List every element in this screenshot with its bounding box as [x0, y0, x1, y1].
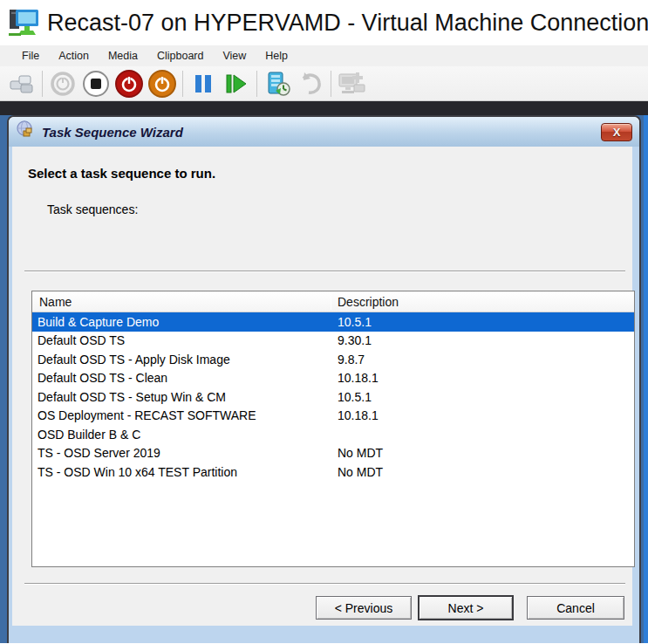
table-row[interactable]: OS Deployment - RECAST SOFTWARE 10.18.1 — [32, 407, 634, 426]
window-title: Recast-07 on HYPERVAMD - Virtual Machine… — [47, 10, 648, 37]
table-row[interactable]: Default OSD TS - Clean 10.18.1 — [32, 369, 634, 388]
column-header-name[interactable]: Name — [32, 295, 331, 309]
stop-icon[interactable] — [79, 69, 113, 99]
menu-view[interactable]: View — [213, 47, 256, 65]
power-on-icon — [46, 69, 79, 99]
table-row[interactable]: Default OSD TS 9.30.1 — [32, 332, 634, 351]
vm-display-area: Task Sequence Wizard X Select a task seq… — [0, 101, 648, 643]
task-sequence-list[interactable]: Name Description Build & Capture Demo 10… — [31, 291, 635, 567]
window-titlebar: Recast-07 on HYPERVAMD - Virtual Machine… — [0, 0, 648, 45]
table-row[interactable]: OSD Builder B & C — [32, 425, 634, 444]
dialog-content: Select a task sequence to run. Task sequ… — [9, 147, 639, 643]
close-icon[interactable]: X — [601, 123, 632, 141]
enhanced-session-icon — [335, 69, 368, 99]
table-row[interactable]: Default OSD TS - Apply Disk Image 9.8.7 — [32, 350, 634, 369]
list-header: Name Description — [32, 291, 634, 312]
column-divider[interactable] — [331, 293, 331, 310]
vm-screen-right-band — [644, 115, 648, 643]
toolbar-separator — [42, 71, 43, 97]
task-sequence-wizard-dialog: Task Sequence Wizard X Select a task seq… — [7, 115, 641, 643]
pause-icon[interactable] — [187, 69, 220, 99]
ctrl-alt-del-icon[interactable] — [5, 69, 38, 99]
menu-action[interactable]: Action — [49, 47, 99, 65]
vm-screen-top-band — [0, 101, 648, 115]
menu-file[interactable]: File — [12, 47, 49, 65]
next-button[interactable]: Next > — [419, 596, 513, 620]
menu-clipboard[interactable]: Clipboard — [147, 47, 214, 65]
table-row[interactable]: TS - OSD Server 2019 No MDT — [32, 444, 634, 463]
table-row[interactable]: TS - OSD Win 10 x64 TEST Partition No MD… — [32, 462, 634, 482]
toolbar-separator — [256, 71, 257, 97]
task-sequences-label: Task sequences: — [47, 202, 138, 216]
separator — [24, 271, 625, 272]
dialog-title: Task Sequence Wizard — [42, 125, 183, 140]
revert-icon — [294, 69, 327, 99]
previous-button[interactable]: < Previous — [316, 596, 412, 620]
table-row[interactable]: Build & Capture Demo 10.5.1 — [32, 312, 634, 332]
column-header-description[interactable]: Description — [331, 295, 399, 309]
menu-media[interactable]: Media — [99, 47, 147, 65]
separator — [24, 583, 625, 585]
menu-bar: File Action Media Clipboard View Help — [0, 45, 648, 66]
toolbar-separator — [182, 71, 183, 97]
table-row[interactable]: Default OSD TS - Setup Win & CM 10.5.1 — [32, 387, 634, 407]
hyperv-vm-icon — [7, 4, 40, 41]
page-title: Select a task sequence to run. — [28, 166, 215, 181]
resume-icon[interactable] — [220, 69, 253, 99]
cancel-button[interactable]: Cancel — [527, 596, 624, 620]
menu-help[interactable]: Help — [256, 47, 297, 65]
checkpoint-icon[interactable] — [261, 69, 294, 99]
shut-down-icon[interactable] — [146, 69, 179, 99]
turn-off-icon[interactable] — [113, 69, 146, 99]
dialog-titlebar[interactable]: Task Sequence Wizard X — [9, 117, 639, 147]
task-sequence-wizard-icon — [16, 120, 35, 143]
toolbar-separator — [331, 71, 331, 97]
toolbar — [0, 66, 648, 101]
